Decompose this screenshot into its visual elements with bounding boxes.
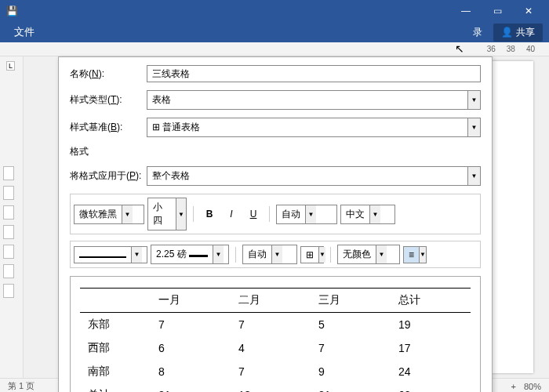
zoom-controls[interactable]: + 80% xyxy=(511,382,541,391)
table-preview: 一月二月三月总计 东部77519西部64717南部87924总计21182160 xyxy=(70,276,481,392)
page-thumb[interactable] xyxy=(3,186,14,200)
login-link[interactable]: 录 xyxy=(473,26,482,39)
table-cell: 8 xyxy=(151,360,231,383)
save-icon[interactable]: 💾 xyxy=(5,4,19,18)
table-row: 西部64717 xyxy=(80,336,471,360)
table-cell: 24 xyxy=(391,360,471,383)
baseon-label: 样式基准(B): xyxy=(70,121,147,134)
apply-border-button[interactable]: ≡▼ xyxy=(403,246,427,263)
table-cell: 7 xyxy=(311,336,391,360)
table-row: 总计21182160 xyxy=(80,383,471,392)
document-area: 名称(N): 样式类型(T): 表格 ▼ 样式基准(B): ⊞ 普通表格 ▼ 格… xyxy=(24,56,549,378)
document-page[interactable] xyxy=(486,61,533,373)
zoom-plus-icon[interactable]: + xyxy=(511,382,516,391)
styletype-value: 表格 xyxy=(147,91,467,109)
row-label: 东部 xyxy=(80,313,151,337)
chevron-down-icon[interactable]: ▼ xyxy=(467,118,480,136)
font-color-combo[interactable]: 自动▼ xyxy=(276,205,337,224)
table-cell: 19 xyxy=(391,313,471,337)
border-preset-combo[interactable]: ⊞▼ xyxy=(300,246,324,263)
row-label: 西部 xyxy=(80,336,151,360)
vertical-ruler: L xyxy=(0,56,24,378)
table-header xyxy=(80,289,151,313)
name-label: 名称(N): xyxy=(70,67,147,81)
chevron-down-icon[interactable]: ▼ xyxy=(467,167,480,185)
page-indicator[interactable]: 第 1 页 xyxy=(8,380,35,392)
line-weight-combo[interactable]: 2.25 磅 ▼ xyxy=(151,245,229,264)
chevron-down-icon: ▼ xyxy=(376,245,387,263)
table-header: 三月 xyxy=(311,289,391,313)
underline-button[interactable]: U xyxy=(244,205,263,223)
shading-combo[interactable]: 无颜色▼ xyxy=(337,245,400,264)
page-thumb[interactable] xyxy=(3,245,14,259)
baseon-value: ⊞ 普通表格 xyxy=(147,118,467,136)
font-lang-combo[interactable]: 中文▼ xyxy=(340,205,395,224)
minimize-button[interactable]: — xyxy=(450,0,482,22)
file-tab[interactable]: 文件 xyxy=(6,22,42,42)
chevron-down-icon: ▼ xyxy=(305,205,316,223)
table-cell: 21 xyxy=(311,383,391,392)
page-thumb[interactable] xyxy=(3,166,14,180)
table-cell: 6 xyxy=(151,336,231,360)
applyto-label: 将格式应用于(P): xyxy=(70,169,147,183)
chevron-down-icon: ▼ xyxy=(318,247,325,263)
applyto-combo[interactable]: 整个表格 ▼ xyxy=(147,166,481,186)
preview-table: 一月二月三月总计 东部77519西部64717南部87924总计21182160 xyxy=(80,288,471,392)
tab-indicator[interactable]: L xyxy=(6,61,15,71)
font-size-combo[interactable]: 小四▼ xyxy=(147,198,187,230)
table-cell: 18 xyxy=(231,383,311,392)
table-header: 一月 xyxy=(151,289,231,313)
share-label: 共享 xyxy=(516,26,535,39)
styletype-label: 样式类型(T): xyxy=(70,93,147,107)
ruler-tick: 36 xyxy=(487,45,496,53)
table-row: 东部77519 xyxy=(80,313,471,337)
table-cell: 9 xyxy=(311,360,391,383)
chevron-down-icon: ▼ xyxy=(419,247,426,263)
table-cell: 17 xyxy=(391,336,471,360)
table-header: 二月 xyxy=(231,289,311,313)
line-color-combo[interactable]: 自动▼ xyxy=(242,245,297,264)
ruler-tick: 38 xyxy=(507,45,515,53)
table-cell: 7 xyxy=(231,313,311,337)
format-section-label: 格式 xyxy=(70,145,481,158)
line-style-combo[interactable]: ▼ xyxy=(74,246,147,263)
name-input[interactable] xyxy=(147,65,481,82)
page-thumb[interactable] xyxy=(3,264,14,278)
horizontal-ruler: 36 38 40 xyxy=(0,42,549,56)
table-header: 总计 xyxy=(391,289,471,313)
table-row: 南部87924 xyxy=(80,360,471,383)
row-label: 总计 xyxy=(80,383,151,392)
zoom-value: 80% xyxy=(524,382,541,391)
table-cell: 7 xyxy=(151,313,231,337)
ribbon-tabs: 文件 录 👤 共享 xyxy=(0,22,549,42)
window-titlebar: 💾 — ▭ ✕ xyxy=(0,0,549,22)
row-label: 南部 xyxy=(80,360,151,383)
chevron-down-icon: ▼ xyxy=(271,245,282,263)
chevron-down-icon[interactable]: ▼ xyxy=(467,91,480,109)
font-toolbar: 微软雅黑▼ 小四▼ B I U 自动▼ 中文▼ xyxy=(70,194,481,234)
chevron-down-icon: ▼ xyxy=(131,247,142,263)
share-icon: 👤 xyxy=(501,27,513,38)
ruler-tick: 40 xyxy=(526,45,535,53)
table-cell: 4 xyxy=(231,336,311,360)
baseon-combo[interactable]: ⊞ 普通表格 ▼ xyxy=(147,118,481,137)
share-button[interactable]: 👤 共享 xyxy=(493,24,543,42)
font-name-combo[interactable]: 微软雅黑▼ xyxy=(74,205,144,224)
chevron-down-icon: ▼ xyxy=(122,205,133,223)
chevron-down-icon: ▼ xyxy=(213,245,224,263)
close-button[interactable]: ✕ xyxy=(513,0,544,22)
table-cell: 21 xyxy=(151,383,231,392)
italic-button[interactable]: I xyxy=(222,205,241,223)
page-thumb[interactable] xyxy=(3,225,14,239)
page-thumb[interactable] xyxy=(3,284,14,298)
table-cell: 7 xyxy=(231,360,311,383)
page-thumb[interactable] xyxy=(3,205,14,220)
style-dialog: 名称(N): 样式类型(T): 表格 ▼ 样式基准(B): ⊞ 普通表格 ▼ 格… xyxy=(58,56,493,392)
chevron-down-icon: ▼ xyxy=(369,205,380,223)
maximize-button[interactable]: ▭ xyxy=(482,0,513,22)
border-toolbar: ▼ 2.25 磅 ▼ 自动▼ ⊞▼ 无颜色▼ ≡▼ xyxy=(70,241,481,268)
chevron-down-icon: ▼ xyxy=(176,198,186,230)
table-cell: 60 xyxy=(391,383,471,392)
styletype-combo[interactable]: 表格 ▼ xyxy=(147,90,481,110)
bold-button[interactable]: B xyxy=(200,205,219,223)
